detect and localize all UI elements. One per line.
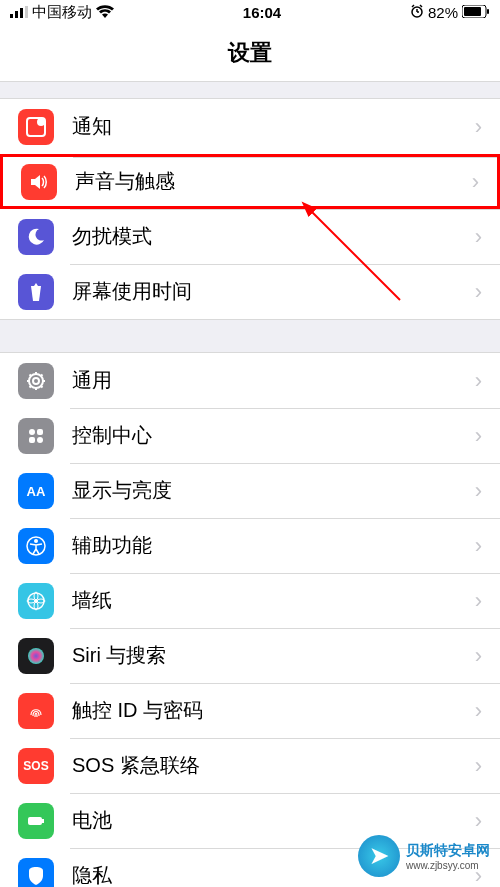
settings-row[interactable]: 勿扰模式› (0, 209, 500, 264)
chevron-right-icon: › (475, 279, 482, 305)
page-header: 设置 (0, 24, 500, 82)
settings-row[interactable]: 控制中心› (0, 408, 500, 463)
signal-icon (10, 4, 28, 21)
chevron-right-icon: › (475, 368, 482, 394)
dnd-icon (18, 219, 54, 255)
svg-rect-11 (487, 9, 489, 14)
settings-row[interactable]: 触控 ID 与密码› (0, 683, 500, 738)
sound-icon (21, 164, 57, 200)
svg-point-29 (28, 648, 44, 664)
chevron-right-icon: › (475, 643, 482, 669)
settings-row[interactable]: 屏幕使用时间› (0, 264, 500, 319)
chevron-right-icon: › (475, 114, 482, 140)
settings-row[interactable]: 通知› (0, 99, 500, 154)
settings-row[interactable]: 墙纸› (0, 573, 500, 628)
svg-rect-1 (15, 11, 18, 18)
svg-line-8 (420, 5, 422, 7)
status-bar: 中国移动 16:04 82% (0, 0, 500, 24)
settings-row-label: 控制中心 (72, 422, 475, 449)
page-title: 设置 (228, 38, 272, 68)
svg-line-7 (412, 5, 414, 7)
settings-group: 通用›控制中心›AA显示与亮度›辅助功能›墙纸›Siri 与搜索›触控 ID 与… (0, 352, 500, 887)
settings-row-label: 墙纸 (72, 587, 475, 614)
svg-rect-10 (464, 7, 481, 16)
svg-point-19 (37, 437, 43, 443)
control-center-icon (18, 418, 54, 454)
svg-point-13 (37, 118, 45, 126)
settings-row-label: 勿扰模式 (72, 223, 475, 250)
settings-row-label: Siri 与搜索 (72, 642, 475, 669)
chevron-right-icon: › (475, 224, 482, 250)
settings-row-label: 声音与触感 (75, 168, 472, 195)
svg-text:AA: AA (27, 484, 46, 499)
accessibility-icon (18, 528, 54, 564)
settings-row-label: SOS 紧急联络 (72, 752, 475, 779)
chevron-right-icon: › (475, 533, 482, 559)
display-icon: AA (18, 473, 54, 509)
settings-row[interactable]: Siri 与搜索› (0, 628, 500, 683)
settings-row-label: 通知 (72, 113, 475, 140)
svg-rect-2 (20, 8, 23, 18)
screentime-icon (18, 274, 54, 310)
settings-group: 通知›声音与触感›勿扰模式›屏幕使用时间› (0, 98, 500, 320)
chevron-right-icon: › (475, 753, 482, 779)
wifi-icon (96, 4, 114, 21)
svg-point-14 (29, 374, 43, 388)
status-time: 16:04 (243, 4, 281, 21)
general-icon (18, 363, 54, 399)
svg-point-16 (29, 429, 35, 435)
privacy-icon (18, 858, 54, 888)
settings-row-label: 电池 (72, 807, 475, 834)
chevron-right-icon: › (475, 698, 482, 724)
chevron-right-icon: › (475, 808, 482, 834)
svg-rect-3 (25, 6, 28, 18)
sos-icon: SOS (18, 748, 54, 784)
chevron-right-icon: › (472, 169, 479, 195)
chevron-right-icon: › (475, 588, 482, 614)
settings-row[interactable]: 通用› (0, 353, 500, 408)
svg-rect-18 (29, 437, 35, 443)
status-right: 82% (410, 4, 490, 21)
svg-point-22 (34, 539, 38, 543)
svg-point-15 (33, 378, 39, 384)
notification-icon (18, 109, 54, 145)
settings-row-label: 显示与亮度 (72, 477, 475, 504)
settings-row-label: 通用 (72, 367, 475, 394)
siri-icon (18, 638, 54, 674)
chevron-right-icon: › (475, 478, 482, 504)
settings-row[interactable]: 辅助功能› (0, 518, 500, 573)
touchid-icon (18, 693, 54, 729)
alarm-icon (410, 4, 424, 21)
watermark: ➤ 贝斯特安卓网 www.zjbsyy.com (358, 835, 490, 877)
settings-row[interactable]: 声音与触感› (0, 154, 500, 209)
svg-rect-31 (42, 819, 44, 823)
battery-icon (462, 4, 490, 21)
wallpaper-icon (18, 583, 54, 619)
svg-rect-30 (28, 817, 42, 825)
svg-rect-0 (10, 14, 13, 18)
watermark-text: 贝斯特安卓网 www.zjbsyy.com (406, 842, 490, 871)
battery-icon (18, 803, 54, 839)
settings-row-label: 屏幕使用时间 (72, 278, 475, 305)
settings-row-label: 触控 ID 与密码 (72, 697, 475, 724)
settings-row-label: 辅助功能 (72, 532, 475, 559)
settings-row[interactable]: AA显示与亮度› (0, 463, 500, 518)
status-left: 中国移动 (10, 3, 114, 22)
svg-rect-17 (37, 429, 43, 435)
battery-text: 82% (428, 4, 458, 21)
carrier-text: 中国移动 (32, 3, 92, 22)
settings-row[interactable]: SOSSOS 紧急联络› (0, 738, 500, 793)
watermark-badge: ➤ (358, 835, 400, 877)
chevron-right-icon: › (475, 423, 482, 449)
